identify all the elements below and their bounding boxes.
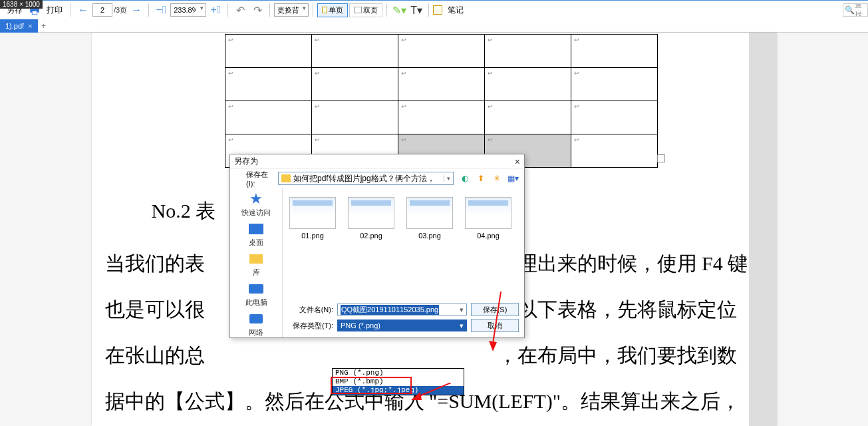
background-select[interactable] xyxy=(274,3,309,17)
bg-select-wrap[interactable] xyxy=(274,3,309,17)
separator xyxy=(428,3,429,17)
search-box[interactable]: 🔍 查找 xyxy=(843,3,868,17)
search-placeholder: 查找 xyxy=(855,3,867,17)
note-button[interactable]: 笔记 xyxy=(444,3,468,17)
sidebar-item-quick[interactable]: ★ 快速访问 xyxy=(241,192,271,218)
path-text: 如何把pdf转成图片jpg格式？俩个方法， xyxy=(293,173,441,184)
dimension-badge: 1638 × 1000 xyxy=(0,0,43,9)
next-page-icon[interactable]: → xyxy=(128,2,144,18)
separator xyxy=(269,3,270,17)
filename-input[interactable]: QQ截图20191101152035.png ▾ xyxy=(337,304,467,316)
file-thumb[interactable]: 04.png xyxy=(465,197,511,240)
back-icon[interactable]: ◐ xyxy=(459,174,471,183)
chevron-down-icon[interactable]: ▾ xyxy=(444,175,450,182)
view-menu-icon[interactable]: ▦▾ xyxy=(507,174,519,183)
zoom-in-icon[interactable]: +⃝ xyxy=(208,2,223,18)
dialog-nav-icons: ◐ ⬆ ✳ ▦▾ xyxy=(459,174,519,183)
thumb-image xyxy=(406,197,453,229)
svg-rect-2 xyxy=(32,11,37,15)
chevron-down-icon[interactable]: ▾ xyxy=(460,306,464,314)
page-shadow xyxy=(749,33,777,426)
file-thumb[interactable]: 01.png xyxy=(289,197,336,240)
zoom-select-wrap[interactable] xyxy=(170,3,206,17)
close-icon[interactable]: × xyxy=(515,156,520,167)
sidebar-item-network[interactable]: 网络 xyxy=(247,312,265,337)
tab-close-icon[interactable]: × xyxy=(28,22,32,30)
separator xyxy=(386,3,387,17)
zoom-out-icon[interactable]: −⃝ xyxy=(153,2,169,18)
filetype-dropdown[interactable]: PNG (*.png) BMP (*.bmp) JPEG (*.jpg;*.jp… xyxy=(332,368,464,395)
file-name: 03.png xyxy=(418,232,441,240)
up-icon[interactable]: ⬆ xyxy=(475,174,487,183)
document-table xyxy=(225,34,658,168)
path-combo[interactable]: 如何把pdf转成图片jpg格式？俩个方法， ▾ xyxy=(278,172,454,185)
desktop-icon xyxy=(247,222,265,236)
pc-icon xyxy=(247,282,265,296)
dialog-bottom: 文件名(N): QQ截图20191101152035.png ▾ 保存(S) 保… xyxy=(283,300,524,337)
file-name: 04.png xyxy=(477,232,500,240)
filename-value: QQ截图20191101152035.png xyxy=(341,305,439,315)
chevron-down-icon[interactable]: ▾ xyxy=(460,321,464,330)
sidebar-item-library[interactable]: 库 xyxy=(247,252,265,278)
filetype-option[interactable]: BMP (*.bmp) xyxy=(333,377,464,386)
filetype-label: 保存类型(T): xyxy=(288,321,333,331)
places-sidebar: ★ 快速访问 桌面 库 此电脑 网络 xyxy=(230,188,282,337)
note-icon xyxy=(433,5,442,15)
sidebar-item-pc[interactable]: 此电脑 xyxy=(245,282,267,308)
save-in-label: 保存在(I): xyxy=(235,170,275,188)
table-resize-handle[interactable] xyxy=(657,154,665,162)
tab-add-icon[interactable]: + xyxy=(38,21,50,31)
dialog-body: ★ 快速访问 桌面 库 此电脑 网络 01.png 02 xyxy=(230,188,524,337)
save-as-dialog: 另存为 × 保存在(I): 如何把pdf转成图片jpg格式？俩个方法， ▾ ◐ … xyxy=(229,154,525,338)
highlight-icon[interactable]: ✎▾ xyxy=(391,2,407,18)
save-button[interactable]: 保存(S) xyxy=(471,303,519,316)
page-total-label: /3页 xyxy=(114,5,127,15)
network-icon xyxy=(247,312,265,326)
filetype-option[interactable]: PNG (*.png) xyxy=(333,369,464,377)
sidebar-item-label: 网络 xyxy=(249,327,263,337)
separator xyxy=(148,3,149,17)
thumb-image xyxy=(348,197,394,229)
main-toolbar: 另存 打印 ← /3页 → −⃝ +⃝ ↶ ↷ 单页 双页 ✎▾ T▾ 笔记 🔍… xyxy=(0,0,868,19)
tab-bar: 1).pdf × + xyxy=(0,19,868,33)
filetype-select[interactable]: PNG (*.png) ▾ xyxy=(337,320,467,331)
redo-icon[interactable]: ↷ xyxy=(249,2,265,18)
dialog-titlebar[interactable]: 另存为 × xyxy=(230,154,524,169)
separator xyxy=(227,3,228,17)
cancel-button[interactable]: 取消 xyxy=(471,319,519,332)
file-list-pane[interactable]: 01.png 02.png 03.png 04.png 文件名(N): QQ截图… xyxy=(282,188,524,337)
dialog-title: 另存为 xyxy=(234,156,258,167)
new-folder-icon[interactable]: ✳ xyxy=(491,174,503,183)
library-icon xyxy=(247,252,265,266)
sidebar-item-desktop[interactable]: 桌面 xyxy=(247,222,265,248)
star-icon: ★ xyxy=(247,192,265,206)
single-page-button[interactable]: 单页 xyxy=(317,3,348,17)
prev-page-icon[interactable]: ← xyxy=(75,2,91,18)
sidebar-item-label: 桌面 xyxy=(249,238,263,248)
sidebar-item-label: 快速访问 xyxy=(241,208,271,218)
page-number-input[interactable] xyxy=(92,3,112,17)
filetype-option-selected[interactable]: JPEG (*.jpg;*.jpeg) xyxy=(333,386,464,395)
print-button[interactable]: 打印 xyxy=(43,3,67,17)
thumb-image xyxy=(465,197,511,229)
text-tool-icon[interactable]: T▾ xyxy=(408,2,424,18)
search-icon: 🔍 xyxy=(845,5,855,15)
undo-icon[interactable]: ↶ xyxy=(232,2,248,18)
folder-icon xyxy=(281,174,291,182)
double-page-icon xyxy=(354,7,362,13)
tab-label: 1).pdf xyxy=(5,22,24,30)
tab-document[interactable]: 1).pdf × xyxy=(0,19,38,33)
dialog-path-row: 保存在(I): 如何把pdf转成图片jpg格式？俩个方法， ▾ ◐ ⬆ ✳ ▦▾ xyxy=(230,169,524,188)
single-page-icon xyxy=(322,7,327,13)
separator xyxy=(71,3,71,17)
file-thumb[interactable]: 03.png xyxy=(406,197,453,240)
file-name: 02.png xyxy=(360,232,382,240)
zoom-select[interactable] xyxy=(170,3,206,17)
file-thumb[interactable]: 02.png xyxy=(348,197,394,240)
filetype-value: PNG (*.png) xyxy=(341,321,380,329)
filename-label: 文件名(N): xyxy=(288,305,333,315)
file-name: 01.png xyxy=(301,232,324,240)
sidebar-item-label: 库 xyxy=(253,268,260,278)
thumbnail-row: 01.png 02.png 03.png 04.png xyxy=(283,188,524,249)
double-page-button[interactable]: 双页 xyxy=(349,3,382,17)
